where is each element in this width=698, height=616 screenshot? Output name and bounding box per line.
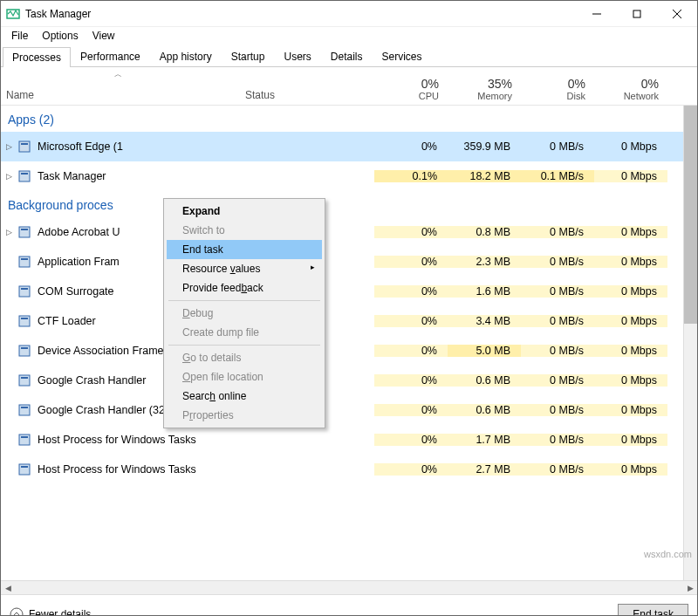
scroll-right-icon[interactable]: ▶ [683,581,697,595]
memory-value: 18.2 MB [448,170,521,182]
cpu-value: 0.1% [374,170,448,182]
expand-icon[interactable]: ▷ [1,142,17,151]
cpu-value: 0% [374,315,448,327]
menu-options[interactable]: Options [35,28,85,44]
disk-value: 0 MB/s [521,374,594,387]
task-manager-icon [6,7,20,21]
svg-rect-19 [19,375,30,386]
process-row[interactable]: ▷Task Manager0.1%18.2 MB0.1 MB/s0 Mbps [1,161,697,191]
tab-performance[interactable]: Performance [71,46,150,66]
fewer-details-button[interactable]: Fewer details [10,607,91,617]
cpu-value: 0% [374,285,448,298]
disk-value: 0 MB/s [521,226,594,238]
app-icon [17,169,32,183]
svg-rect-25 [19,464,30,475]
ctx-go-to-details: Go to details [167,348,322,367]
memory-value: 359.9 MB [448,140,521,153]
tab-services[interactable]: Services [373,46,432,66]
col-name[interactable]: Name [1,89,245,101]
disk-value: 0.1 MB/s [521,170,594,182]
cpu-value: 0% [374,256,448,268]
app-icon [17,433,32,447]
ctx-create-dump: Create dump file [167,323,322,342]
process-row[interactable]: Device Association Framework ...0%5.0 MB… [1,336,697,366]
bottom-bar: Fewer details End task [1,594,697,616]
vertical-scrollbar[interactable] [683,106,697,580]
col-disk[interactable]: 0%Disk [523,77,596,101]
ctx-end-task[interactable]: End task [167,240,322,259]
tab-details[interactable]: Details [321,46,373,66]
expand-icon[interactable]: ▷ [1,172,17,181]
minimize-button[interactable] [577,1,617,27]
process-name: Microsoft Edge (1 [38,140,243,153]
col-memory[interactable]: 35%Memory [449,77,523,101]
svg-rect-15 [19,316,30,326]
menu-file[interactable]: File [4,28,35,44]
menu-bar: File Options View [1,27,697,44]
group-background[interactable]: Background proces [1,191,697,217]
process-row[interactable]: ▷Microsoft Edge (10%359.9 MB0 MB/s0 Mbps [1,132,697,161]
disk-value: 0 MB/s [521,140,594,153]
svg-rect-14 [21,288,28,290]
sort-indicator-icon: ︿ [114,69,122,80]
process-row[interactable]: Google Crash Handler (32 bit)0%0.6 MB0 M… [1,395,697,425]
svg-rect-17 [19,346,30,356]
close-button[interactable] [657,1,697,27]
process-list: Apps (2) ▷Microsoft Edge (10%359.9 MB0 M… [1,106,697,580]
svg-rect-9 [19,227,30,237]
col-cpu[interactable]: 0%CPU [376,77,449,101]
scroll-thumb[interactable] [684,106,697,324]
process-row[interactable]: ▷Adobe Acrobat U0%0.8 MB0 MB/s0 Mbps [1,217,697,247]
ctx-provide-feedback[interactable]: Provide feedback [167,278,322,298]
memory-value: 2.3 MB [448,256,521,268]
col-status[interactable]: Status [245,89,376,101]
expand-icon[interactable]: ▷ [1,228,17,236]
process-row[interactable]: COM Surrogate0%1.6 MB0 MB/s0 Mbps [1,277,697,306]
process-row[interactable]: Google Crash Handler0%0.6 MB0 MB/s0 Mbps [1,366,697,395]
menu-view[interactable]: View [86,28,122,44]
process-row[interactable]: CTF Loader0%3.4 MB0 MB/s0 Mbps [1,306,697,336]
disk-value: 0 MB/s [521,345,594,357]
maximize-button[interactable] [617,1,657,27]
memory-value: 0.6 MB [448,374,521,387]
app-icon [17,255,32,269]
app-icon [17,284,32,298]
process-row[interactable]: Application Fram0%2.3 MB0 MB/s0 Mbps [1,247,697,277]
app-icon [17,314,32,328]
tab-users[interactable]: Users [274,46,320,66]
context-menu: Expand Switch to End task Resource value… [163,198,325,428]
memory-value: 0.6 MB [448,404,521,416]
ctx-resource-values[interactable]: Resource values▸ [167,259,322,278]
col-network[interactable]: 0%Network [596,77,669,101]
svg-rect-11 [19,257,30,267]
horizontal-scrollbar[interactable]: ◀ ▶ [1,580,697,594]
scroll-left-icon[interactable]: ◀ [1,581,15,595]
svg-rect-21 [19,405,30,415]
tab-startup[interactable]: Startup [222,46,275,66]
svg-rect-26 [21,466,28,468]
app-icon [17,225,32,239]
memory-value: 2.7 MB [448,463,521,476]
group-apps[interactable]: Apps (2) [1,106,697,132]
memory-value: 0.8 MB [448,226,521,238]
memory-value: 5.0 MB [448,345,521,357]
ctx-open-file-location: Open file location [167,367,322,387]
tab-app-history[interactable]: App history [150,46,222,66]
svg-rect-2 [633,10,640,17]
ctx-search-online[interactable]: Search online [167,387,322,406]
process-row[interactable]: Host Process for Windows Tasks0%1.7 MB0 … [1,425,697,455]
process-row[interactable]: Host Process for Windows Tasks0%2.7 MB0 … [1,455,697,484]
tab-processes[interactable]: Processes [3,47,71,67]
network-value: 0 Mbps [594,285,667,298]
svg-rect-5 [19,141,30,152]
tab-strip: Processes Performance App history Startu… [1,46,697,67]
network-value: 0 Mbps [594,256,667,268]
ctx-expand[interactable]: Expand [167,202,322,221]
app-icon [17,462,32,476]
end-task-button[interactable]: End task [618,604,688,617]
svg-rect-23 [19,435,30,445]
disk-value: 0 MB/s [521,285,594,298]
network-value: 0 Mbps [594,140,667,153]
ctx-debug: Debug [167,304,322,323]
watermark: wsxdn.com [644,549,692,559]
